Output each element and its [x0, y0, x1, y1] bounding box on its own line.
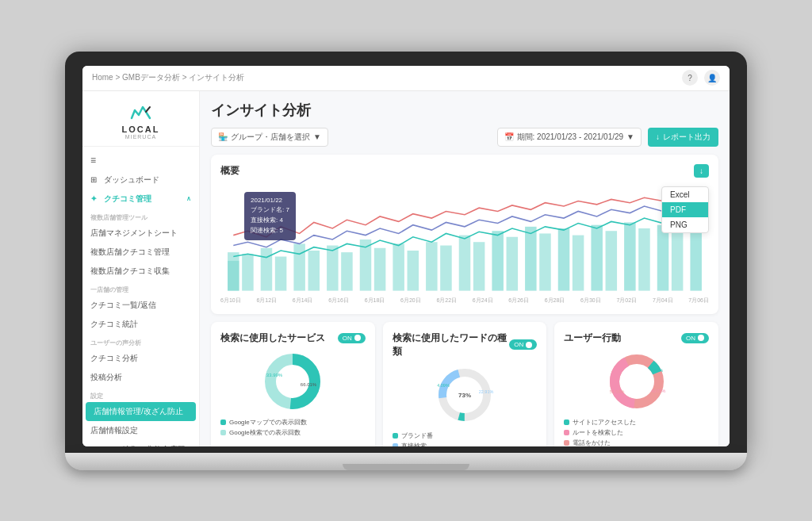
legend-item-8: 電話をかけた — [564, 439, 709, 446]
toggle-circle — [354, 335, 361, 341]
svg-rect-18 — [507, 236, 518, 290]
legend-item-1: Googleマップでの表示回数 — [220, 418, 366, 427]
store-select[interactable]: 🏪 グループ・店舗を選択 ▼ — [211, 128, 328, 147]
logo-sub: MIERUCA — [125, 134, 156, 140]
chevron-down-icon-3: ▼ — [626, 132, 634, 141]
search-service-legend: Googleマップでの表示回数 Google検索での表示回数 — [220, 418, 366, 437]
toggle-circle-2 — [526, 342, 532, 348]
svg-rect-8 — [341, 252, 352, 290]
tooltip-related: 関連検索: 5 — [251, 226, 289, 236]
sidebar-item-multi-kuchikomi-mgmt[interactable]: 複数店舗クチコミ管理 — [82, 243, 199, 262]
svg-rect-10 — [374, 247, 385, 290]
search-service-card: 検索に使用したサービス ON — [211, 322, 375, 446]
legend-label: 直接検索 — [401, 442, 427, 446]
x-axis-labels: 6月10日 6月12日 6月14日 6月16日 6月18日 6月20日 6月22… — [220, 295, 709, 305]
chart-area: 2021/01/22 ブランド名: 7 直接検索: 4 関連検索: 5 — [220, 184, 709, 295]
sidebar-item-kuchikomi-list[interactable]: クチコミ一覧/返信 — [82, 296, 199, 315]
legend-label: 電話をかけた — [573, 439, 611, 446]
sidebar-item-store-management[interactable]: 店舗マネジメントシート — [82, 224, 199, 243]
export-png[interactable]: PNG — [662, 217, 708, 232]
export-excel[interactable]: Excel — [662, 187, 708, 202]
x-label: 6月10日 — [220, 297, 241, 305]
section-label-3: ユーザーの声分析 — [82, 334, 199, 349]
help-icon[interactable]: ? — [682, 70, 698, 86]
sidebar-item-store-info[interactable]: 店舗情報管理/改ざん防止 — [86, 402, 196, 421]
sidebar-item-store-settings[interactable]: 店舗情報設定 — [82, 421, 199, 440]
svg-text:73%: 73% — [458, 392, 471, 399]
search-word-title: 検索に使用したワードの種類 — [393, 331, 510, 358]
sidebar-label: 投稿分析 — [90, 372, 122, 383]
svg-rect-14 — [440, 245, 451, 290]
date-range-picker[interactable]: 📅 期間: 2021/01/23 - 2021/01/29 ▼ — [497, 128, 642, 147]
donut-svg-2: 73% 4.09% 22.91% — [429, 363, 500, 427]
main-layout: LOCAL MIERUCA ≡ ⊞ ダッシュボード ✦ — [82, 91, 730, 446]
svg-rect-4 — [275, 256, 286, 290]
tooltip-direct: 直接検索: 4 — [251, 216, 289, 226]
export-pdf[interactable]: PDF — [662, 202, 708, 217]
export-button[interactable]: ↓ レポート出力 — [648, 128, 718, 147]
sidebar-toggle[interactable]: ≡ — [82, 150, 199, 170]
search-word-header: 検索に使用したワードの種類 ON — [393, 331, 538, 358]
sidebar-label: クチコミ管理 — [104, 193, 151, 205]
legend-color-8 — [564, 440, 569, 446]
svg-rect-25 — [624, 222, 635, 290]
calendar-icon: 📅 — [504, 132, 514, 141]
search-word-card: 検索に使用したワードの種類 ON — [383, 322, 547, 446]
legend-color-3 — [393, 433, 398, 439]
search-word-toggle[interactable]: ON — [509, 339, 537, 350]
search-word-donut: 73% 4.09% 22.91% — [393, 363, 538, 427]
sidebar-item-kuchikomi-analysis[interactable]: クチコミ分析 — [82, 349, 199, 368]
store-select-label: グループ・店舗を選択 — [231, 132, 310, 143]
svg-text:7.69%: 7.69% — [650, 368, 663, 373]
overview-title: 概要 — [220, 164, 239, 178]
topbar-icons: ? 👤 — [682, 70, 720, 86]
legend-item-7: ルートを検索した — [564, 428, 709, 437]
x-label: 6月16日 — [328, 297, 349, 305]
dashboard-icon: ⊞ — [90, 175, 100, 184]
user-behavior-legend: サイトにアクセスした ルートを検索した 電話をかけた — [564, 418, 709, 446]
chart-tooltip: 2021/01/22 ブランド名: 7 直接検索: 4 関連検索: 5 — [244, 192, 296, 240]
chart-download-button[interactable]: ↓ — [694, 164, 709, 178]
search-service-toggle[interactable]: ON — [338, 333, 366, 343]
user-behavior-card: ユーザー行動 ON — [554, 322, 718, 446]
section-label-2: 一店舗の管理 — [82, 281, 199, 296]
sidebar-item-kuchikomi[interactable]: ✦ クチコミ管理 ∧ — [82, 190, 199, 209]
sidebar-label: クチコミ分析 — [90, 353, 138, 364]
sidebar-label: 店舗情報管理/改ざん防止 — [94, 406, 183, 417]
download-icon: ↓ — [656, 132, 660, 141]
screen-bezel: Home > GMBデータ分析 > インサイト分析 ? 👤 — [65, 52, 747, 453]
sidebar-item-post-analysis[interactable]: 投稿分析 — [82, 368, 199, 387]
x-label: 7月02日 — [616, 297, 637, 305]
overview-card: 概要 ↓ Excel PDF PNG — [211, 155, 718, 314]
sidebar-item-multi-kuchikomi-collect[interactable]: 複数店舗クチコミ収集 — [82, 262, 199, 281]
donut-svg-1: 33.99% 66.01% — [257, 350, 328, 413]
sidebar-label: クチコミ統計 — [90, 319, 138, 330]
x-label: 6月28日 — [545, 297, 565, 305]
toolbar-right: 📅 期間: 2021/01/23 - 2021/01/29 ▼ ↓ レポート出力 — [497, 128, 718, 147]
sidebar-item-kuchikomi-stats[interactable]: クチコミ統計 — [82, 315, 199, 334]
logo-svg — [124, 101, 159, 125]
svg-rect-15 — [459, 235, 470, 290]
legend-label: Google検索での表示回数 — [229, 428, 301, 437]
user-behavior-header: ユーザー行動 ON — [564, 331, 709, 345]
user-behavior-toggle[interactable]: ON — [681, 333, 709, 343]
sidebar-item-menu-edit[interactable]: メニュー編集（非飲食店限定） — [82, 440, 199, 446]
sidebar-label: 複数店舗クチコミ収集 — [90, 266, 170, 277]
user-behavior-title: ユーザー行動 — [564, 331, 621, 345]
svg-rect-11 — [393, 243, 404, 290]
sidebar-logo: LOCAL MIERUCA — [82, 91, 199, 147]
sidebar-item-dashboard[interactable]: ⊞ ダッシュボード — [82, 170, 199, 190]
topbar: Home > GMBデータ分析 > インサイト分析 ? 👤 — [82, 66, 730, 91]
svg-rect-7 — [327, 245, 338, 290]
section-label-4: 設定 — [82, 387, 199, 402]
svg-rect-3 — [261, 247, 272, 290]
user-avatar[interactable]: 👤 — [704, 70, 720, 86]
svg-rect-29 — [690, 226, 701, 290]
overview-card-header: 概要 ↓ Excel PDF PNG — [220, 164, 709, 178]
svg-text:33.99%: 33.99% — [266, 373, 283, 377]
svg-rect-23 — [591, 224, 602, 290]
tooltip-date: 2021/01/22 — [251, 196, 289, 206]
svg-text:51.56%: 51.56% — [609, 389, 624, 394]
store-icon: 🏪 — [218, 132, 228, 141]
chevron-down-icon: ▼ — [313, 132, 321, 141]
